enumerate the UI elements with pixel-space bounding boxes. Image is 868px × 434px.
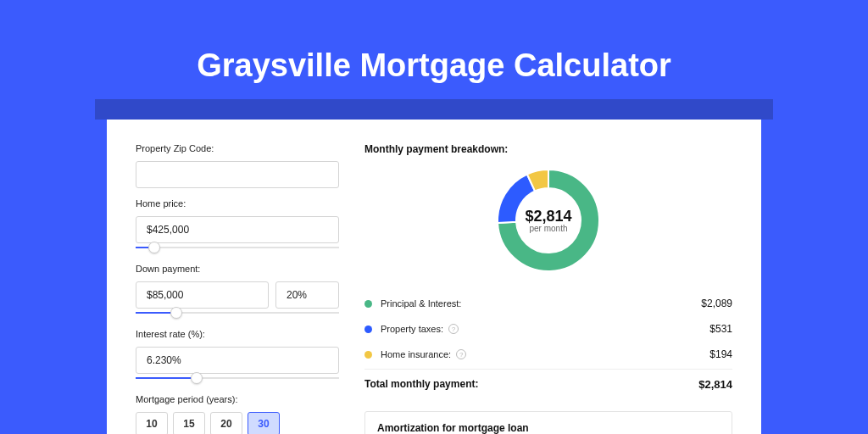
- calculator-card: Property Zip Code: Home price: Down paym…: [107, 120, 761, 434]
- inputs-column: Property Zip Code: Home price: Down paym…: [136, 143, 339, 434]
- interest-label: Interest rate (%):: [136, 329, 339, 339]
- interest-field: Interest rate (%):: [136, 329, 339, 384]
- legend-row: Property taxes:?$531: [364, 316, 732, 342]
- amortization-title: Amortization for mortgage loan: [377, 422, 720, 434]
- legend-label: Home insurance:: [381, 349, 451, 359]
- page-title: Graysville Mortgage Calculator: [0, 0, 868, 99]
- legend-row: Principal & Interest:$2,089: [364, 291, 732, 316]
- legend-value: $194: [709, 348, 732, 360]
- legend-swatch: [364, 351, 372, 359]
- zip-field: Property Zip Code:: [136, 143, 339, 188]
- zip-label: Property Zip Code:: [136, 143, 339, 153]
- legend-label: Principal & Interest:: [381, 298, 461, 309]
- down-payment-field: Down payment:: [136, 264, 339, 319]
- home-price-field: Home price:: [136, 198, 339, 253]
- down-payment-input[interactable]: [136, 281, 269, 309]
- legend: Principal & Interest:$2,089Property taxe…: [364, 291, 732, 367]
- donut-chart-area: $2,814 per month: [364, 165, 732, 275]
- legend-swatch: [364, 300, 372, 308]
- info-icon[interactable]: ?: [456, 349, 466, 359]
- legend-label: Property taxes:: [381, 324, 443, 334]
- header-accent-band: [95, 99, 773, 120]
- home-price-input[interactable]: [136, 216, 339, 243]
- down-payment-label: Down payment:: [136, 264, 339, 274]
- home-price-slider[interactable]: [136, 242, 339, 253]
- breakdown-column: Monthly payment breakdown: $2,814 per mo…: [364, 143, 732, 434]
- down-payment-pct-input[interactable]: [275, 281, 339, 309]
- interest-slider[interactable]: [136, 372, 339, 384]
- period-button-10[interactable]: 10: [136, 412, 168, 434]
- breakdown-title: Monthly payment breakdown:: [364, 143, 732, 155]
- legend-row: Home insurance:?$194: [364, 342, 732, 367]
- donut-sub: per month: [529, 224, 567, 233]
- amortization-box: Amortization for mortgage loan Amortizat…: [364, 411, 732, 434]
- total-label: Total monthly payment:: [364, 378, 478, 391]
- total-value: $2,814: [698, 378, 732, 391]
- period-field: Mortgage period (years): 10152030: [136, 394, 339, 434]
- donut-amount: $2,814: [525, 208, 571, 225]
- legend-value: $531: [709, 323, 732, 335]
- period-button-15[interactable]: 15: [173, 412, 205, 434]
- legend-swatch: [364, 326, 372, 333]
- period-label: Mortgage period (years):: [136, 394, 339, 404]
- legend-value: $2,089: [701, 298, 732, 309]
- down-payment-slider[interactable]: [136, 307, 339, 319]
- donut-center: $2,814 per month: [493, 165, 604, 275]
- home-price-label: Home price:: [136, 198, 339, 209]
- interest-input[interactable]: [136, 347, 339, 374]
- period-button-20[interactable]: 20: [210, 412, 242, 434]
- info-icon[interactable]: ?: [448, 324, 459, 334]
- zip-input[interactable]: [136, 161, 339, 188]
- period-button-30[interactable]: 30: [248, 412, 280, 434]
- donut-chart: $2,814 per month: [493, 165, 604, 275]
- total-row: Total monthly payment: $2,814: [364, 369, 732, 399]
- period-button-group: 10152030: [136, 412, 339, 434]
